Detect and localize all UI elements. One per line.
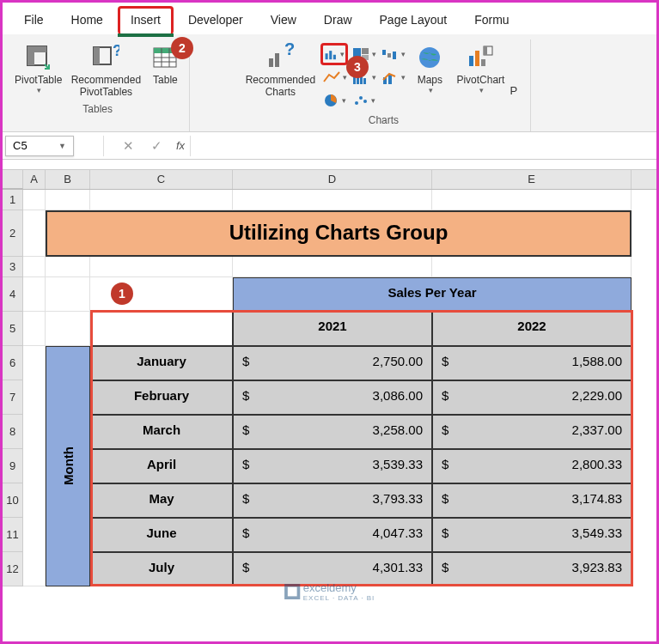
insert-line-chart-button[interactable]: ▾ [320,66,348,88]
svg-point-26 [355,101,358,105]
annotation-badge-1: 1 [111,283,133,305]
header-month: Month [46,346,90,586]
pivottable-button[interactable]: PivotTable ▾ [11,41,65,96]
value-cell-2022: $3,549.33 [432,518,632,552]
watermark-sub: EXCEL · DATA · BI [303,594,375,602]
month-cell: January [90,346,233,380]
row-header-6[interactable]: 6 [3,346,23,380]
watermark-name: exceldemy [303,581,357,594]
svg-rect-25 [363,78,366,84]
recommended-charts-label: Recommended Charts [246,74,315,99]
name-box-value: C5 [13,139,27,152]
header-2021: 2021 [233,312,432,346]
row-header-10[interactable]: 10 [3,483,23,518]
cancel-formula-icon[interactable]: ✕ [114,138,143,154]
menu-draw[interactable]: Draw [311,6,365,34]
pivotchart-button[interactable]: PivotChart ▾ [453,41,508,96]
grid-body: 1 2 3 4 5 6 7 8 9 10 11 12 Utilizing Cha… [3,190,656,586]
month-cell: February [90,380,233,415]
line-chart-icon [322,70,341,85]
menu-home[interactable]: Home [58,6,116,34]
svg-rect-30 [387,53,391,58]
ribbon: PivotTable ▾ ? Recommended PivotTables T… [3,34,656,132]
svg-point-27 [359,96,363,100]
combo-icon [381,70,400,85]
menu-view[interactable]: View [258,6,309,34]
value-cell-2022: $1,588.00 [432,346,632,380]
blank-corner [90,312,233,346]
svg-rect-35 [469,56,473,66]
insert-waterfall-chart-button[interactable]: ▾ [379,43,406,65]
annotation-badge-3: 3 [346,56,369,78]
row-header-7[interactable]: 7 [3,380,23,415]
row-header-1[interactable]: 1 [3,190,23,210]
row-header-4[interactable]: 4 [3,277,23,312]
svg-rect-36 [475,51,479,66]
pivottable-icon [24,43,53,72]
svg-rect-12 [269,58,273,67]
select-all-corner[interactable] [3,170,23,189]
row-header-9[interactable]: 9 [3,449,23,483]
svg-rect-31 [393,52,396,59]
header-sales-per-year: Sales Per Year [233,277,632,312]
value-cell-2022: $2,229.00 [432,380,632,415]
name-box[interactable]: C5 ▼ [5,136,74,156]
month-cell: April [90,449,233,483]
row-header-5[interactable]: 5 [3,312,23,346]
insert-scatter-chart-button[interactable]: ▾ [350,89,377,112]
maps-button[interactable]: Maps ▾ [408,41,451,96]
value-cell-2021: $3,539.33 [233,449,432,483]
menu-insert[interactable]: Insert [118,6,174,34]
value-cell-2022: $2,337.00 [432,415,632,449]
globe-icon [415,43,444,72]
svg-rect-37 [481,59,485,66]
chevron-down-icon: ▾ [37,86,41,94]
svg-rect-17 [333,55,336,59]
col-header-c[interactable]: C [90,170,233,189]
table-label: Table [153,74,178,86]
row-header-2[interactable]: 2 [3,210,23,257]
row-header-3[interactable]: 3 [3,257,23,277]
insert-column-chart-button[interactable]: ▾ [320,43,348,65]
recommended-pivottables-icon: ? [91,43,120,72]
insert-pie-chart-button[interactable]: ▾ [320,89,348,112]
pivotchart-label: PivotChart [456,74,504,86]
scatter-icon [352,93,369,108]
formula-input[interactable] [190,136,656,156]
value-cell-2021: $4,047.33 [233,518,432,552]
svg-rect-13 [275,53,279,67]
menu-file[interactable]: File [11,6,57,34]
col-header-e[interactable]: E [432,170,632,189]
maps-label: Maps [418,74,442,86]
month-cell: July [90,552,233,586]
recommended-charts-button[interactable]: ? Recommended Charts [241,41,319,100]
value-cell-2022: $2,800.33 [432,449,632,483]
chevron-down-icon: ▼ [58,142,66,150]
svg-rect-29 [382,50,386,55]
enter-formula-icon[interactable]: ✓ [143,138,171,154]
page-title: Utilizing Charts Group [46,210,632,257]
row-header-11[interactable]: 11 [3,518,23,552]
header-2022: 2022 [432,312,632,346]
recommended-pivottables-button[interactable]: ? Recommended PivotTables [67,41,144,100]
ribbon-group-tables: PivotTable ▾ ? Recommended PivotTables T… [6,39,190,131]
svg-text:?: ? [284,43,295,58]
menu-page-layout[interactable]: Page Layout [367,6,461,34]
menu-developer[interactable]: Developer [175,6,256,34]
insert-combo-chart-button[interactable]: ▾ [379,66,406,88]
col-header-b[interactable]: B [46,170,90,189]
value-cell-2021: $2,750.00 [233,346,432,380]
menu-formulas[interactable]: Formu [461,6,522,34]
cells-area[interactable]: Utilizing Charts Group Sales Per Year 20… [23,190,656,586]
month-cell: June [90,518,233,552]
col-header-d[interactable]: D [233,170,432,189]
col-header-a[interactable]: A [23,170,46,189]
pie-chart-icon [323,93,340,108]
row-header-8[interactable]: 8 [3,415,23,449]
value-cell-2022: $3,174.83 [432,483,632,518]
fx-icon[interactable]: fx [171,139,190,152]
row-header-12[interactable]: 12 [3,552,23,586]
chevron-down-icon: ▾ [479,86,484,94]
pivottable-label: PivotTable [15,74,62,86]
column-chart-icon [324,46,339,62]
